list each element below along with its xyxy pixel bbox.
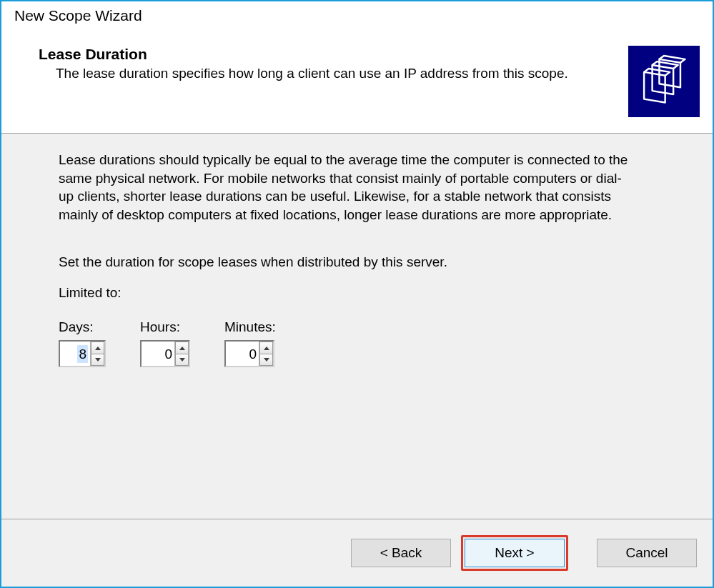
minutes-group: Minutes: 0 [224, 318, 276, 368]
days-spin-down[interactable] [91, 354, 104, 367]
wizard-window: New Scope Wizard Lease Duration The leas… [0, 0, 714, 588]
hours-spin-down[interactable] [175, 354, 189, 367]
hours-group: Hours: 0 [140, 318, 190, 368]
window-title: New Scope Wizard [1, 1, 713, 33]
limited-to-label: Limited to: [59, 284, 655, 302]
days-value[interactable]: 8 [60, 342, 90, 366]
hours-label: Hours: [140, 318, 190, 337]
description-paragraph-1: Lease durations should typically be equa… [59, 151, 630, 224]
minutes-stepper[interactable]: 0 [224, 340, 274, 367]
next-button-highlight: Next > [461, 535, 568, 571]
minutes-spin-buttons [259, 342, 273, 366]
folders-icon [628, 46, 700, 117]
days-spin-up[interactable] [91, 342, 104, 354]
wizard-header: Lease Duration The lease duration specif… [1, 33, 713, 133]
next-button[interactable]: Next > [465, 539, 565, 567]
hours-stepper[interactable]: 0 [140, 340, 190, 367]
days-group: Days: 8 [59, 318, 106, 368]
minutes-value[interactable]: 0 [226, 342, 259, 366]
page-subtitle: The lease duration specifies how long a … [56, 64, 617, 83]
back-button[interactable]: < Back [351, 539, 451, 567]
duration-spinners: Days: 8 Hours: 0 [59, 318, 655, 368]
header-text-block: Lease Duration The lease duration specif… [39, 46, 628, 83]
hours-value[interactable]: 0 [142, 342, 174, 366]
description-paragraph-2: Set the duration for scope leases when d… [59, 253, 655, 271]
wizard-footer: < Back Next > Cancel [1, 519, 713, 587]
days-spin-buttons [90, 342, 104, 366]
minutes-spin-down[interactable] [259, 354, 273, 367]
days-label: Days: [59, 318, 106, 337]
wizard-body: Lease durations should typically be equa… [1, 134, 713, 519]
page-title: Lease Duration [39, 46, 617, 63]
minutes-label: Minutes: [224, 318, 276, 337]
cancel-button[interactable]: Cancel [597, 539, 697, 567]
hours-spin-up[interactable] [175, 342, 189, 354]
days-stepper[interactable]: 8 [59, 340, 106, 367]
minutes-spin-up[interactable] [259, 342, 273, 354]
hours-spin-buttons [174, 342, 189, 366]
